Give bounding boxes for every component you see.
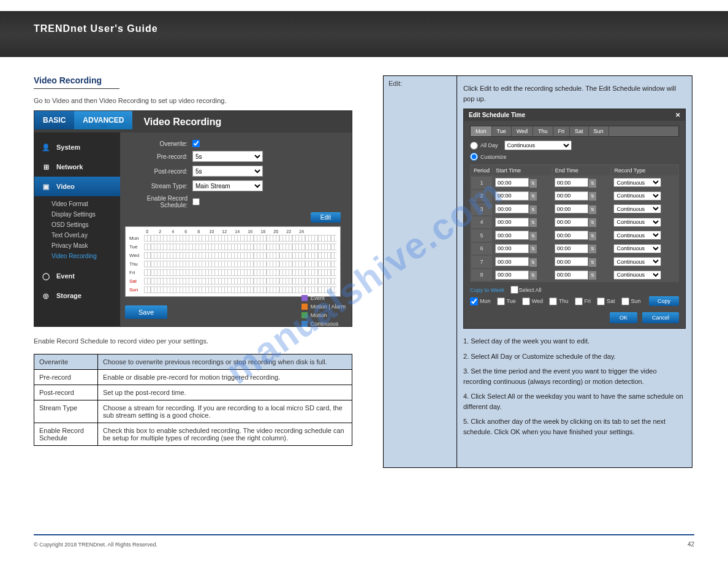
spinner-icon[interactable]: ⇅ xyxy=(589,179,596,188)
edit-button[interactable]: Edit xyxy=(311,212,341,223)
tab-advanced[interactable]: ADVANCED xyxy=(74,111,132,129)
period-row: 1 ⇅ ⇅ Continuous xyxy=(471,177,678,189)
start-time-input[interactable] xyxy=(495,178,529,187)
day-tab-tue[interactable]: Tue xyxy=(492,126,512,136)
day-tab-sat[interactable]: Sat xyxy=(570,126,589,136)
copy-button[interactable]: Copy xyxy=(649,296,679,306)
grid-cells[interactable] xyxy=(144,235,336,242)
end-time-input[interactable] xyxy=(555,178,588,187)
close-icon[interactable]: ✕ xyxy=(675,112,680,118)
spinner-icon[interactable]: ⇅ xyxy=(529,271,537,280)
legend-color-continuous xyxy=(301,321,308,327)
spinner-icon[interactable]: ⇅ xyxy=(589,205,596,214)
day-tab-sun[interactable]: Sun xyxy=(589,126,609,136)
ok-button[interactable]: OK xyxy=(610,312,637,323)
sub-text-overlay[interactable]: Text OverLay xyxy=(51,230,120,240)
check-fri[interactable] xyxy=(575,297,583,305)
day-tab-thu[interactable]: Thu xyxy=(533,126,553,136)
param-cell: Enable Record Schedule xyxy=(34,423,98,445)
check-thu[interactable] xyxy=(549,297,557,305)
start-time-input[interactable] xyxy=(495,204,529,213)
end-time-input[interactable] xyxy=(555,218,588,227)
select-all-day-type[interactable]: Continuous xyxy=(504,140,572,150)
record-type-select[interactable]: Continuous xyxy=(613,257,661,266)
record-type-select[interactable]: Continuous xyxy=(613,270,661,280)
sidebar-item-event[interactable]: ◯ Event xyxy=(34,266,120,286)
select-post-record[interactable]: 5s xyxy=(192,166,263,177)
spinner-icon[interactable]: ⇅ xyxy=(589,245,596,253)
end-time-input[interactable] xyxy=(555,191,588,201)
step-1: 1. Select day of the week you want to ed… xyxy=(463,336,686,347)
start-time-input[interactable] xyxy=(495,218,529,227)
spinner-icon[interactable]: ⇅ xyxy=(529,179,537,188)
spinner-icon[interactable]: ⇅ xyxy=(529,192,537,201)
start-time-input[interactable] xyxy=(495,257,529,266)
end-time-input[interactable] xyxy=(555,257,588,266)
grid-cells[interactable] xyxy=(144,243,336,250)
sub-privacy-mask[interactable]: Privacy Mask xyxy=(51,240,120,251)
record-type-select[interactable]: Continuous xyxy=(613,231,661,240)
check-wed[interactable] xyxy=(522,297,530,305)
grid-cells[interactable] xyxy=(144,286,336,293)
day-tab-wed[interactable]: Wed xyxy=(512,126,533,136)
record-type-select[interactable]: Continuous xyxy=(613,204,661,213)
start-time-input[interactable] xyxy=(495,191,529,201)
spinner-icon[interactable]: ⇅ xyxy=(589,232,596,240)
sub-video-format[interactable]: Video Format xyxy=(51,199,120,209)
select-pre-record[interactable]: 5s xyxy=(192,151,263,162)
save-button[interactable]: Save xyxy=(125,305,167,319)
end-time-input[interactable] xyxy=(555,270,588,280)
check-mon[interactable] xyxy=(470,297,478,305)
spinner-icon[interactable]: ⇅ xyxy=(589,192,596,201)
check-tue[interactable] xyxy=(497,297,505,305)
step-2: 2. Select All Day or Customize schedule … xyxy=(463,351,686,362)
radio-all-day[interactable] xyxy=(470,142,478,150)
spinner-icon[interactable]: ⇅ xyxy=(589,258,596,267)
cancel-button[interactable]: Cancel xyxy=(642,312,679,323)
end-time-input[interactable] xyxy=(555,231,588,240)
grid-cells[interactable] xyxy=(144,278,336,285)
grid-cells[interactable] xyxy=(144,269,336,276)
spinner-icon[interactable]: ⇅ xyxy=(529,258,537,267)
sidebar-item-network[interactable]: ⊞ Network xyxy=(34,157,120,177)
spinner-icon[interactable]: ⇅ xyxy=(529,218,537,227)
check-sat[interactable] xyxy=(597,297,605,305)
checkbox-select-all[interactable] xyxy=(510,286,518,294)
sidebar-item-storage[interactable]: ◎ Storage xyxy=(34,286,120,305)
sidebar-item-video[interactable]: ▣ Video xyxy=(34,177,120,196)
day-tab-fri[interactable]: Fri xyxy=(553,126,571,136)
sub-display-settings[interactable]: Display Settings xyxy=(51,209,120,220)
sidebar-item-system[interactable]: 👤 System xyxy=(34,137,120,157)
grid-cells[interactable] xyxy=(144,261,336,267)
start-time-input[interactable] xyxy=(495,231,529,240)
sub-video-recording[interactable]: Video Recording xyxy=(51,251,120,261)
radio-customize[interactable] xyxy=(470,153,478,161)
checkbox-enable-schedule[interactable] xyxy=(192,198,200,205)
param-table: OverwriteChoose to overwrite previous re… xyxy=(34,354,352,446)
checkbox-overwrite[interactable] xyxy=(192,140,200,147)
header-brand: TRENDnet User's Guide xyxy=(34,23,158,34)
copy-to-week-label: Copy to Week xyxy=(470,287,504,293)
spinner-icon[interactable]: ⇅ xyxy=(529,205,537,214)
grid-cells[interactable] xyxy=(144,252,336,259)
tab-basic[interactable]: BASIC xyxy=(34,111,74,129)
record-type-select[interactable]: Continuous xyxy=(613,178,661,187)
sub-osd-settings[interactable]: OSD Settings xyxy=(51,220,120,230)
spinner-icon[interactable]: ⇅ xyxy=(589,271,596,280)
copyright: © Copyright 2018 TRENDnet. All Rights Re… xyxy=(34,542,157,548)
start-time-input[interactable] xyxy=(495,244,529,253)
spinner-icon[interactable]: ⇅ xyxy=(529,232,537,240)
spinner-icon[interactable]: ⇅ xyxy=(589,218,596,227)
select-stream-type[interactable]: Main Stream xyxy=(192,180,263,191)
record-type-select[interactable]: Continuous xyxy=(613,218,661,227)
record-type-select[interactable]: Continuous xyxy=(613,244,661,253)
param-cell: Pre-record xyxy=(34,369,98,385)
start-time-input[interactable] xyxy=(495,270,529,280)
end-time-input[interactable] xyxy=(555,204,588,213)
record-type-select[interactable]: Continuous xyxy=(613,191,661,201)
end-time-input[interactable] xyxy=(555,244,588,253)
check-sun[interactable] xyxy=(621,297,629,305)
day-tab-mon[interactable]: Mon xyxy=(471,126,492,136)
col-period: Period xyxy=(471,166,492,175)
spinner-icon[interactable]: ⇅ xyxy=(529,245,537,253)
